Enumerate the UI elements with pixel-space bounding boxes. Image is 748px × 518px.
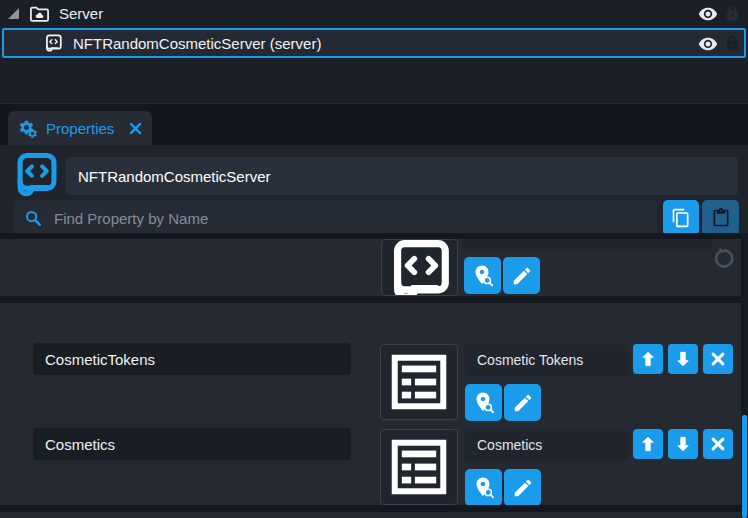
tab-properties[interactable]: Properties: [8, 111, 152, 146]
find-asset-button[interactable]: [464, 257, 501, 294]
object-name-input[interactable]: [66, 157, 738, 195]
tab-strip: Properties: [0, 103, 748, 145]
section-divider: [0, 296, 748, 303]
hierarchy-row-label: Server: [59, 5, 103, 22]
find-asset-button[interactable]: [465, 384, 502, 421]
asset-reference-label[interactable]: Cosmetics: [465, 430, 628, 461]
script-asset-icon: [14, 152, 58, 198]
gear-icon: [18, 119, 38, 139]
custom-section-header: Custom: [0, 303, 748, 340]
close-icon[interactable]: [129, 122, 142, 135]
edit-asset-button[interactable]: [504, 384, 541, 421]
arrow-up-icon: [638, 349, 658, 369]
pin-search-icon: [472, 476, 496, 500]
paste-properties-button[interactable]: [702, 200, 739, 236]
close-x-icon: [709, 435, 727, 453]
search-input[interactable]: [52, 209, 647, 228]
editor-window: Server NFTRandomCosmeticServer (server): [0, 0, 748, 518]
hierarchy-row-label: NFTRandomCosmeticServer (server): [73, 35, 321, 52]
hierarchy-row-selected[interactable]: NFTRandomCosmeticServer (server): [2, 28, 746, 58]
hierarchy-row-server[interactable]: Server: [0, 0, 748, 27]
script-icon: [389, 239, 451, 296]
lock-icon[interactable]: [724, 35, 741, 52]
paste-icon: [711, 208, 731, 228]
hierarchy-panel: Server NFTRandomCosmeticServer (server): [0, 0, 748, 103]
edit-asset-button[interactable]: [504, 469, 541, 506]
visibility-eye-icon[interactable]: [698, 34, 718, 54]
asset-reference-label[interactable]: Cosmetic Tokens: [465, 345, 628, 376]
script-icon: [44, 33, 63, 53]
pencil-icon: [512, 477, 534, 499]
table-icon: [391, 439, 447, 495]
custom-property-name-input[interactable]: [33, 343, 351, 375]
edit-script-button[interactable]: [503, 257, 540, 294]
scrollbar-thumb[interactable]: [742, 415, 747, 518]
visibility-eye-icon[interactable]: [698, 4, 718, 24]
property-search-box[interactable]: [14, 200, 657, 237]
pin-search-icon: [471, 264, 495, 288]
search-icon: [24, 209, 43, 228]
copy-icon: [671, 208, 691, 228]
copy-properties-button[interactable]: [663, 200, 699, 236]
move-down-button[interactable]: [668, 344, 698, 374]
arrow-down-icon: [673, 434, 693, 454]
reset-property-icon[interactable]: [712, 246, 736, 270]
pencil-icon: [511, 265, 533, 287]
folder-network-icon: [29, 5, 50, 23]
custom-property-name-input[interactable]: [33, 428, 351, 460]
table-asset-slot[interactable]: [380, 429, 458, 505]
arrow-down-icon: [673, 349, 693, 369]
section-divider: [0, 505, 748, 512]
table-asset-slot[interactable]: [380, 344, 458, 420]
asset-reference-field-partial[interactable]: [462, 239, 712, 251]
expand-triangle-icon[interactable]: [8, 8, 19, 19]
find-asset-button[interactable]: [465, 469, 502, 506]
move-up-button[interactable]: [633, 344, 663, 374]
move-down-button[interactable]: [668, 429, 698, 459]
pencil-icon: [512, 392, 534, 414]
close-x-icon: [709, 350, 727, 368]
pin-search-icon: [472, 391, 496, 415]
remove-property-button[interactable]: [703, 429, 733, 459]
remove-property-button[interactable]: [703, 344, 733, 374]
tab-label: Properties: [46, 120, 121, 137]
table-icon: [391, 354, 447, 410]
arrow-up-icon: [638, 434, 658, 454]
next-section-edge: [0, 512, 748, 518]
scrollbar[interactable]: [741, 233, 748, 518]
script-asset-slot[interactable]: [381, 239, 458, 296]
move-up-button[interactable]: [633, 429, 663, 459]
lock-icon[interactable]: [724, 5, 741, 22]
